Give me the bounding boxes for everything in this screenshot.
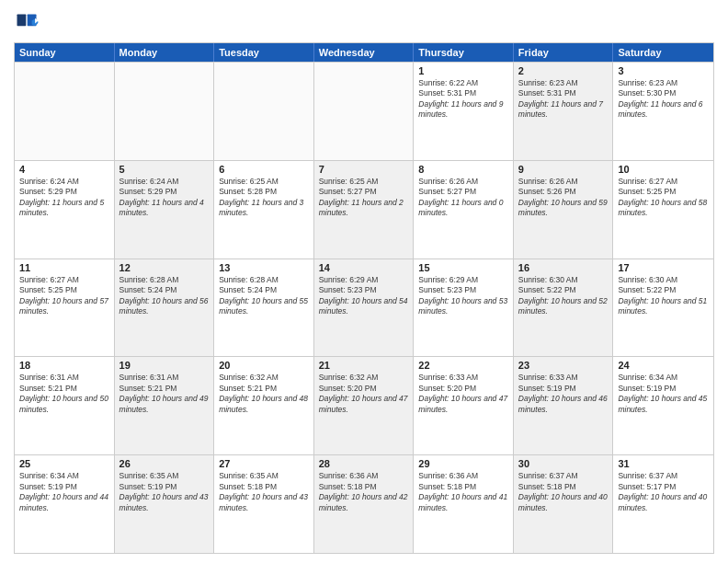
daylight-label: Daylight: 10 hours and 48 minutes. — [219, 394, 308, 413]
calendar-cell: 31Sunrise: 6:37 AMSunset: 5:17 PMDayligh… — [613, 455, 713, 553]
day-info: Sunrise: 6:37 AMSunset: 5:17 PMDaylight:… — [618, 471, 709, 513]
daylight-label: Daylight: 10 hours and 43 minutes. — [119, 492, 209, 511]
calendar-cell: 27Sunrise: 6:35 AMSunset: 5:18 PMDayligh… — [214, 455, 314, 553]
daylight-label: Daylight: 11 hours and 7 minutes. — [518, 99, 603, 119]
calendar-cell: 24Sunrise: 6:34 AMSunset: 5:19 PMDayligh… — [613, 357, 713, 454]
day-info: Sunrise: 6:32 AMSunset: 5:20 PMDaylight:… — [319, 373, 409, 415]
day-number: 24 — [618, 360, 709, 371]
day-info: Sunrise: 6:30 AMSunset: 5:22 PMDaylight:… — [518, 275, 609, 317]
daylight-label: Daylight: 10 hours and 43 minutes. — [219, 492, 308, 511]
day-number: 6 — [219, 164, 309, 175]
day-info: Sunrise: 6:30 AMSunset: 5:22 PMDaylight:… — [618, 275, 709, 317]
day-info: Sunrise: 6:35 AMSunset: 5:19 PMDaylight:… — [119, 471, 210, 513]
daylight-label: Daylight: 10 hours and 59 minutes. — [518, 198, 608, 217]
weekday-header-wednesday: Wednesday — [314, 43, 415, 62]
day-number: 14 — [319, 262, 409, 273]
calendar: SundayMondayTuesdayWednesdayThursdayFrid… — [14, 42, 714, 554]
daylight-label: Daylight: 10 hours and 41 minutes. — [418, 492, 507, 511]
day-info: Sunrise: 6:32 AMSunset: 5:21 PMDaylight:… — [219, 373, 309, 415]
daylight-label: Daylight: 11 hours and 9 minutes. — [418, 99, 503, 119]
day-number: 8 — [418, 164, 508, 175]
calendar-cell — [214, 63, 314, 160]
day-info: Sunrise: 6:27 AMSunset: 5:25 PMDaylight:… — [19, 275, 109, 317]
day-number: 1 — [418, 65, 508, 76]
calendar-cell: 29Sunrise: 6:36 AMSunset: 5:18 PMDayligh… — [414, 455, 514, 553]
calendar-cell: 12Sunrise: 6:28 AMSunset: 5:24 PMDayligh… — [115, 259, 215, 357]
day-info: Sunrise: 6:22 AMSunset: 5:31 PMDaylight:… — [418, 78, 508, 121]
day-info: Sunrise: 6:26 AMSunset: 5:26 PMDaylight:… — [518, 177, 609, 219]
daylight-label: Daylight: 10 hours and 49 minutes. — [119, 394, 209, 413]
daylight-label: Daylight: 10 hours and 58 minutes. — [618, 198, 707, 217]
calendar-cell: 11Sunrise: 6:27 AMSunset: 5:25 PMDayligh… — [15, 259, 115, 357]
day-number: 4 — [19, 164, 109, 175]
weekday-header-tuesday: Tuesday — [214, 43, 314, 62]
day-info: Sunrise: 6:36 AMSunset: 5:18 PMDaylight:… — [319, 471, 409, 513]
day-info: Sunrise: 6:31 AMSunset: 5:21 PMDaylight:… — [119, 373, 210, 415]
daylight-label: Daylight: 10 hours and 47 minutes. — [319, 394, 408, 413]
daylight-label: Daylight: 11 hours and 5 minutes. — [19, 198, 104, 217]
calendar-body: 1Sunrise: 6:22 AMSunset: 5:31 PMDaylight… — [15, 62, 713, 553]
calendar-cell: 6Sunrise: 6:25 AMSunset: 5:28 PMDaylight… — [214, 161, 314, 259]
calendar-cell: 1Sunrise: 6:22 AMSunset: 5:31 PMDaylight… — [414, 63, 514, 160]
day-number: 10 — [618, 164, 709, 175]
calendar-row-5: 25Sunrise: 6:34 AMSunset: 5:19 PMDayligh… — [15, 454, 713, 553]
day-number: 16 — [518, 262, 609, 273]
day-number: 17 — [618, 262, 709, 273]
day-number: 29 — [418, 458, 508, 469]
day-number: 23 — [518, 360, 609, 371]
daylight-label: Daylight: 10 hours and 57 minutes. — [19, 296, 108, 316]
calendar-cell: 21Sunrise: 6:32 AMSunset: 5:20 PMDayligh… — [314, 357, 415, 454]
day-number: 22 — [418, 360, 508, 371]
day-info: Sunrise: 6:25 AMSunset: 5:28 PMDaylight:… — [219, 177, 309, 219]
calendar-cell: 3Sunrise: 6:23 AMSunset: 5:30 PMDaylight… — [613, 63, 713, 160]
daylight-label: Daylight: 10 hours and 40 minutes. — [618, 492, 707, 511]
calendar-cell: 4Sunrise: 6:24 AMSunset: 5:29 PMDaylight… — [15, 161, 115, 259]
day-info: Sunrise: 6:24 AMSunset: 5:29 PMDaylight:… — [119, 177, 210, 219]
daylight-label: Daylight: 10 hours and 50 minutes. — [19, 394, 108, 413]
calendar-cell: 17Sunrise: 6:30 AMSunset: 5:22 PMDayligh… — [613, 259, 713, 357]
daylight-label: Daylight: 10 hours and 52 minutes. — [518, 296, 608, 316]
calendar-cell: 10Sunrise: 6:27 AMSunset: 5:25 PMDayligh… — [613, 161, 713, 259]
calendar-row-3: 11Sunrise: 6:27 AMSunset: 5:25 PMDayligh… — [15, 259, 713, 357]
svg-rect-1 — [17, 15, 27, 27]
day-info: Sunrise: 6:23 AMSunset: 5:31 PMDaylight:… — [518, 78, 609, 121]
calendar-cell: 20Sunrise: 6:32 AMSunset: 5:21 PMDayligh… — [214, 357, 314, 454]
calendar-cell: 28Sunrise: 6:36 AMSunset: 5:18 PMDayligh… — [314, 455, 415, 553]
day-info: Sunrise: 6:35 AMSunset: 5:18 PMDaylight:… — [219, 471, 309, 513]
daylight-label: Daylight: 10 hours and 55 minutes. — [219, 296, 308, 316]
day-info: Sunrise: 6:27 AMSunset: 5:25 PMDaylight:… — [618, 177, 709, 219]
day-number: 3 — [618, 65, 709, 76]
daylight-label: Daylight: 10 hours and 47 minutes. — [418, 394, 507, 413]
calendar-cell: 25Sunrise: 6:34 AMSunset: 5:19 PMDayligh… — [15, 455, 115, 553]
day-info: Sunrise: 6:33 AMSunset: 5:20 PMDaylight:… — [418, 373, 508, 415]
day-info: Sunrise: 6:29 AMSunset: 5:23 PMDaylight:… — [418, 275, 508, 317]
calendar-header: SundayMondayTuesdayWednesdayThursdayFrid… — [15, 43, 713, 62]
daylight-label: Daylight: 11 hours and 4 minutes. — [119, 198, 204, 217]
daylight-label: Daylight: 10 hours and 44 minutes. — [19, 492, 108, 511]
day-info: Sunrise: 6:29 AMSunset: 5:23 PMDaylight:… — [319, 275, 409, 317]
day-number: 27 — [219, 458, 309, 469]
day-info: Sunrise: 6:28 AMSunset: 5:24 PMDaylight:… — [119, 275, 210, 317]
calendar-cell — [314, 63, 415, 160]
day-number: 15 — [418, 262, 508, 273]
calendar-cell: 19Sunrise: 6:31 AMSunset: 5:21 PMDayligh… — [115, 357, 215, 454]
day-number: 25 — [19, 458, 109, 469]
calendar-cell: 26Sunrise: 6:35 AMSunset: 5:19 PMDayligh… — [115, 455, 215, 553]
day-number: 9 — [518, 164, 609, 175]
daylight-label: Daylight: 10 hours and 45 minutes. — [618, 394, 707, 413]
calendar-row-4: 18Sunrise: 6:31 AMSunset: 5:21 PMDayligh… — [15, 356, 713, 454]
day-number: 19 — [119, 360, 210, 371]
day-info: Sunrise: 6:34 AMSunset: 5:19 PMDaylight:… — [618, 373, 709, 415]
weekday-header-saturday: Saturday — [613, 43, 713, 62]
day-info: Sunrise: 6:26 AMSunset: 5:27 PMDaylight:… — [418, 177, 508, 219]
calendar-cell: 18Sunrise: 6:31 AMSunset: 5:21 PMDayligh… — [15, 357, 115, 454]
day-number: 28 — [319, 458, 409, 469]
logo — [14, 9, 43, 35]
weekday-header-friday: Friday — [514, 43, 614, 62]
calendar-cell: 30Sunrise: 6:37 AMSunset: 5:18 PMDayligh… — [514, 455, 614, 553]
day-number: 2 — [518, 65, 609, 76]
day-number: 31 — [618, 458, 709, 469]
day-number: 5 — [119, 164, 210, 175]
calendar-cell: 13Sunrise: 6:28 AMSunset: 5:24 PMDayligh… — [214, 259, 314, 357]
day-number: 13 — [219, 262, 309, 273]
